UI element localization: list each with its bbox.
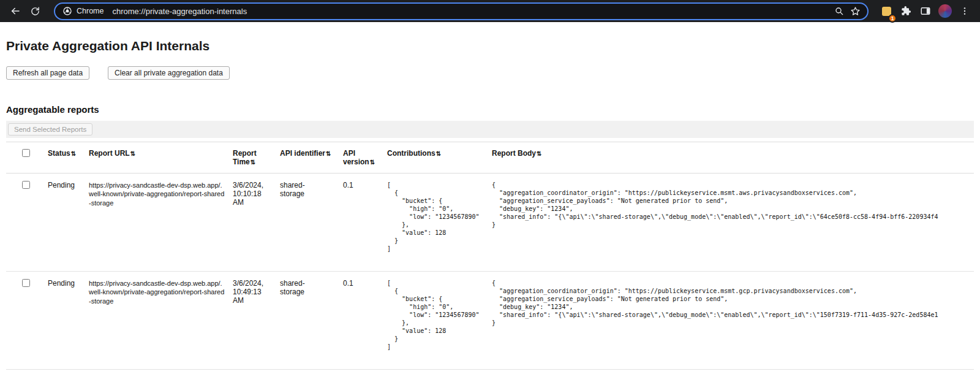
col-api-identifier-label: API identifier xyxy=(280,149,325,158)
back-button[interactable] xyxy=(6,2,24,20)
sort-icon: ⇅ xyxy=(251,159,255,166)
select-all-checkbox[interactable] xyxy=(22,149,30,157)
menu-kebab-icon[interactable] xyxy=(956,2,974,20)
row-checkbox-cell xyxy=(6,272,48,370)
send-selected-reports-button[interactable]: Send Selected Reports xyxy=(8,123,92,136)
api-identifier-cell: shared-storage xyxy=(280,272,343,370)
page-content: Private Aggregation API Internals Refres… xyxy=(0,39,980,370)
omnibox-chrome-chip: Chrome xyxy=(62,6,104,16)
omnibox-url[interactable]: chrome://private-aggregation-internals xyxy=(112,7,247,16)
side-panel-icon[interactable] xyxy=(916,2,935,20)
star-icon xyxy=(850,6,861,17)
col-status[interactable]: Status⇅ xyxy=(48,142,89,174)
pinned-extension-icon[interactable]: 1 xyxy=(877,2,895,20)
status-cell: Pending xyxy=(48,272,89,370)
row-checkbox-cell xyxy=(6,174,48,272)
col-status-label: Status xyxy=(48,149,70,158)
col-report-url-label: Report URL xyxy=(89,149,130,158)
avatar-image xyxy=(938,4,952,18)
col-contributions[interactable]: Contributions⇅ xyxy=(387,142,492,174)
col-api-version[interactable]: API version⇅ xyxy=(343,142,387,174)
status-cell: Pending xyxy=(48,174,89,272)
bookmark-star-icon[interactable] xyxy=(847,3,864,20)
col-report-body[interactable]: Report Body⇅ xyxy=(492,142,974,174)
api-version-cell: 0.1 xyxy=(343,174,387,272)
api-identifier-value: shared-storage xyxy=(280,181,315,198)
kebab-dots-icon xyxy=(960,6,970,16)
report-url-cell: https://privacy-sandcastle-dev-dsp.web.a… xyxy=(89,272,233,370)
report-body-cell: { "aggregation_coordinator_origin": "htt… xyxy=(492,174,974,272)
table-row: Pending https://privacy-sandcastle-dev-d… xyxy=(6,174,974,272)
col-report-body-label: Report Body xyxy=(492,149,536,158)
col-report-time[interactable]: Report Time⇅ xyxy=(233,142,280,174)
sort-icon: ⇅ xyxy=(370,159,375,166)
chrome-logo-icon xyxy=(62,6,72,16)
reload-icon xyxy=(30,6,40,17)
sort-icon: ⇅ xyxy=(537,150,541,157)
clear-all-button[interactable]: Clear all private aggregation data xyxy=(108,66,230,80)
table-row: Pending https://privacy-sandcastle-dev-d… xyxy=(6,272,974,370)
reports-table: Status⇅ Report URL⇅ Report Time⇅ API ide… xyxy=(6,142,974,370)
side-panel-glyph-icon xyxy=(920,6,931,17)
api-version-cell: 0.1 xyxy=(343,272,387,370)
profile-avatar[interactable] xyxy=(936,2,954,20)
sort-icon: ⇅ xyxy=(71,150,76,157)
contributions-cell: [ { "bucket": { "high": "0", "low": "123… xyxy=(387,272,492,370)
contributions-json: [ { "bucket": { "high": "0", "low": "123… xyxy=(387,181,484,253)
page-title: Private Aggregation API Internals xyxy=(6,39,974,53)
extensions-puzzle-icon[interactable] xyxy=(897,2,915,20)
col-contributions-label: Contributions xyxy=(387,149,435,158)
report-time-cell: 3/6/2024, 10:10:18 AM xyxy=(233,174,280,272)
extension-badge: 1 xyxy=(888,14,897,23)
browser-toolbar: Chrome chrome://private-aggregation-inte… xyxy=(0,0,980,22)
sort-icon: ⇅ xyxy=(130,150,135,157)
omnibox[interactable]: Chrome chrome://private-aggregation-inte… xyxy=(54,2,869,20)
omnibox-chip-label: Chrome xyxy=(77,7,104,15)
sort-icon: ⇅ xyxy=(326,150,331,157)
table-toolbar: Send Selected Reports xyxy=(6,121,974,138)
sort-icon: ⇅ xyxy=(436,150,441,157)
report-url-cell: https://privacy-sandcastle-dev-dsp.web.a… xyxy=(89,174,233,272)
report-body-json: { "aggregation_coordinator_origin": "htt… xyxy=(492,279,967,327)
back-arrow-icon xyxy=(10,6,21,17)
refresh-all-button[interactable]: Refresh all page data xyxy=(6,66,89,80)
select-all-header xyxy=(6,142,48,174)
row-checkbox[interactable] xyxy=(22,181,30,189)
col-api-identifier[interactable]: API identifier⇅ xyxy=(280,142,343,174)
api-identifier-cell: shared-storage xyxy=(280,174,343,272)
table-header-row: Status⇅ Report URL⇅ Report Time⇅ API ide… xyxy=(6,142,974,174)
contributions-json: [ { "bucket": { "high": "0", "low": "123… xyxy=(387,279,484,351)
report-time-cell: 3/6/2024, 10:49:13 AM xyxy=(233,272,280,370)
row-checkbox[interactable] xyxy=(22,279,30,287)
puzzle-icon xyxy=(900,6,911,17)
section-heading: Aggregatable reports xyxy=(6,104,974,115)
report-body-json: { "aggregation_coordinator_origin": "htt… xyxy=(492,181,967,229)
page-actions: Refresh all page data Clear all private … xyxy=(6,66,974,80)
col-report-url[interactable]: Report URL⇅ xyxy=(89,142,233,174)
magnifier-icon xyxy=(834,6,844,16)
api-identifier-value: shared-storage xyxy=(280,279,315,296)
col-api-version-label: API version xyxy=(343,149,369,166)
contributions-cell: [ { "bucket": { "high": "0", "low": "123… xyxy=(387,174,492,272)
search-icon[interactable] xyxy=(831,3,847,20)
report-body-cell: { "aggregation_coordinator_origin": "htt… xyxy=(492,272,974,370)
reload-button[interactable] xyxy=(26,2,44,20)
